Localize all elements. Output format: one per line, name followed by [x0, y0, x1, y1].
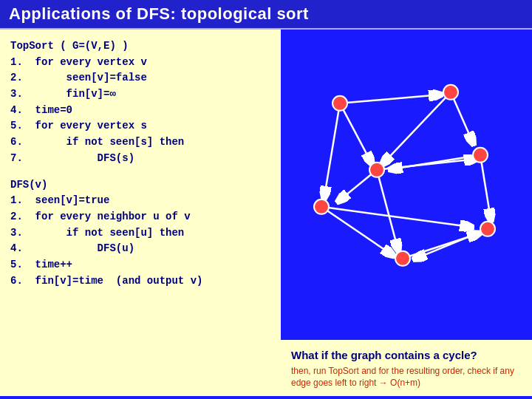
graph-node-3: [473, 148, 488, 163]
graph-node-5: [314, 200, 329, 214]
right-panel: What if the graph contains a cycle? then…: [281, 30, 532, 396]
graph-node-7: [395, 251, 410, 266]
left-panel: TopSort ( G=(V,E) ) 1. for every vertex …: [0, 30, 281, 396]
svg-line-14: [377, 170, 399, 253]
dfs-code: DFS(v) 1. seen[v]=true 2. for every neig…: [10, 177, 270, 290]
graph-node-1: [332, 96, 347, 111]
svg-line-12: [381, 92, 451, 166]
handwritten-answer: then, run TopSort and for the resulting …: [291, 365, 522, 389]
svg-line-13: [403, 233, 482, 259]
info-box: What if the graph contains a cycle? then…: [281, 340, 532, 396]
svg-line-5: [321, 207, 395, 257]
page-title: Applications of DFS: topological sort: [9, 4, 523, 24]
svg-line-9: [377, 159, 479, 170]
svg-line-2: [451, 92, 474, 146]
svg-line-8: [340, 103, 373, 166]
graph-node-2: [443, 85, 458, 100]
what-if-question: What if the graph contains a cycle?: [291, 347, 522, 363]
main-content: TopSort ( G=(V,E) ) 1. for every vertex …: [0, 30, 532, 396]
code-separator: [10, 167, 270, 177]
graph-node-4: [369, 163, 384, 177]
svg-line-10: [321, 207, 474, 228]
graph-svg: [281, 30, 532, 340]
svg-line-6: [480, 155, 491, 223]
graph-area: [281, 30, 532, 340]
svg-line-1: [340, 95, 443, 103]
title-bar: Applications of DFS: topological sort: [0, 0, 532, 30]
topsort-code: TopSort ( G=(V,E) ) 1. for every vertex …: [10, 38, 270, 167]
svg-line-11: [324, 103, 340, 201]
graph-node-6: [480, 222, 495, 236]
